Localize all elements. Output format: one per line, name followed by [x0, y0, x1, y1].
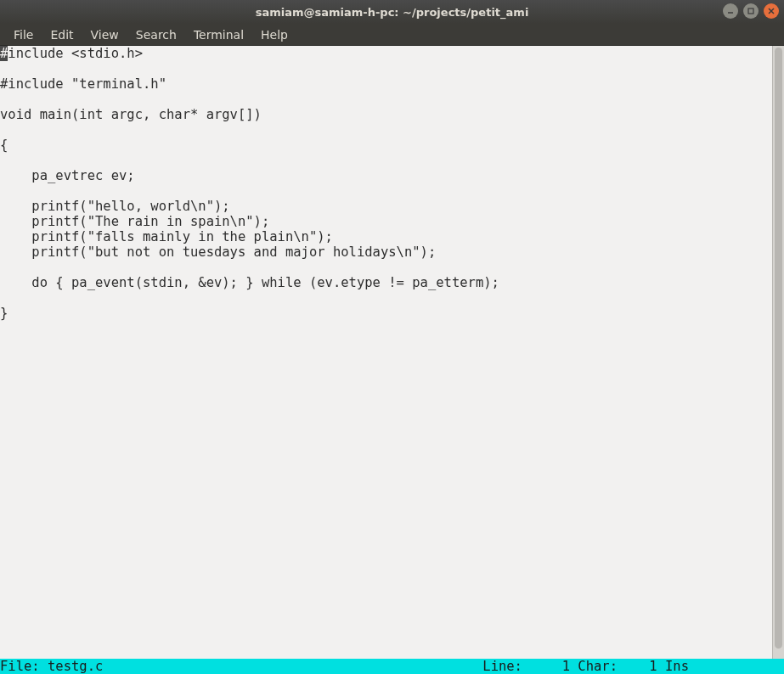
- statusbar: File: testg.cLine: 1 Char: 1 Ins: [0, 659, 784, 674]
- editor-area[interactable]: #include <stdio.h> #include "terminal.h"…: [0, 46, 784, 659]
- close-button[interactable]: [764, 3, 779, 19]
- status-line-section: Line: 1 Char: 1 Ins: [482, 659, 784, 674]
- minimize-button[interactable]: [723, 3, 738, 19]
- cursor: #: [0, 46, 8, 61]
- status-file-label: File:: [0, 659, 48, 674]
- window-titlebar: samiam@samiam-h-pc: ~/projects/petit_ami: [0, 0, 784, 24]
- editor-content[interactable]: #include <stdio.h> #include "terminal.h"…: [0, 46, 784, 321]
- menubar: File Edit View Search Terminal Help: [0, 24, 784, 46]
- maximize-button[interactable]: [743, 3, 759, 19]
- menu-terminal[interactable]: Terminal: [185, 25, 252, 44]
- menu-help[interactable]: Help: [252, 25, 296, 44]
- status-char-value: 1: [649, 659, 657, 674]
- window-controls: [723, 3, 779, 19]
- vertical-scrollbar[interactable]: [772, 46, 784, 659]
- status-line-label: Line:: [482, 659, 522, 674]
- status-mode: Ins: [665, 659, 689, 674]
- status-file-name: testg.c: [48, 659, 103, 674]
- window-title: samiam@samiam-h-pc: ~/projects/petit_ami: [0, 6, 784, 19]
- status-char-label: Char:: [578, 659, 618, 674]
- scrollbar-thumb[interactable]: [775, 48, 782, 649]
- svg-rect-1: [748, 8, 753, 14]
- status-line-value: 1: [562, 659, 570, 674]
- menu-file[interactable]: File: [5, 25, 42, 44]
- code-text: include <stdio.h> #include "terminal.h" …: [0, 46, 499, 321]
- menu-edit[interactable]: Edit: [42, 25, 82, 44]
- menu-search[interactable]: Search: [127, 25, 185, 44]
- menu-view[interactable]: View: [82, 25, 127, 44]
